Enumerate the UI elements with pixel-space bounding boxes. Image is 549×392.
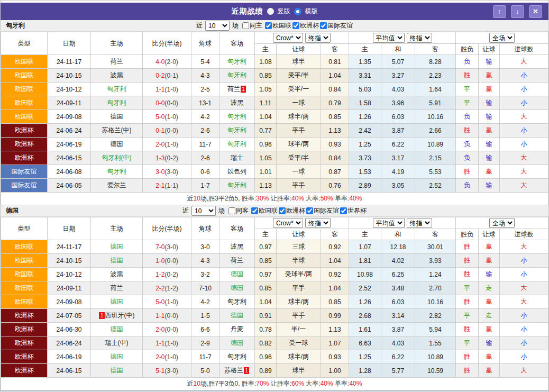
games-count-select[interactable]: 10 bbox=[205, 21, 230, 31]
same-side-checkbox[interactable] bbox=[228, 207, 235, 214]
scope-dropdown-cell: 全场 bbox=[456, 32, 548, 44]
move-down-button[interactable]: ↓ bbox=[511, 5, 524, 18]
home-team-name: 德国 bbox=[111, 367, 123, 374]
fulltime-score: 0-0 bbox=[155, 99, 164, 107]
away-team-cell: 匈牙利 bbox=[219, 179, 255, 193]
close-button[interactable]: ✕ bbox=[529, 5, 542, 18]
games-label: 场 bbox=[232, 21, 239, 30]
bookmaker-select[interactable]: Crow* bbox=[273, 218, 303, 228]
crow-away-odds-cell: 0.85 bbox=[321, 110, 349, 124]
league-checkbox[interactable] bbox=[292, 22, 299, 29]
date-cell: 24-06-15 bbox=[48, 151, 91, 165]
bookmaker-dropdown-cell: Crow*终指 bbox=[255, 217, 349, 229]
away-team-cell: 德国 bbox=[219, 336, 255, 350]
avg-home-odds-cell: 10.98 bbox=[349, 268, 381, 281]
corners-cell: 3-2 bbox=[191, 268, 219, 281]
subcol-handicap-result: 让球 bbox=[479, 44, 500, 55]
same-side-checkbox[interactable] bbox=[242, 22, 249, 29]
games-count-select[interactable]: 10 bbox=[191, 206, 216, 216]
scope-dropdown-cell: 全场 bbox=[456, 217, 548, 229]
home-team-name: 波黑 bbox=[111, 270, 123, 278]
halftime-score: (0-1) bbox=[165, 72, 178, 79]
away-team-cell: 波黑 bbox=[219, 240, 255, 254]
crow-away-odds-cell: 1.04 bbox=[321, 281, 349, 295]
league-checkbox[interactable] bbox=[320, 22, 327, 29]
avg-home-odds-cell: 3.73 bbox=[349, 151, 381, 165]
fulltime-score: 1-3 bbox=[155, 154, 164, 162]
bookmaker-final-select[interactable]: 终指 bbox=[305, 218, 331, 228]
type-cell: 欧国联 bbox=[1, 281, 48, 295]
crow-handicap-cell: 平手 bbox=[277, 179, 321, 193]
league-checkbox[interactable] bbox=[251, 207, 258, 214]
avg-away-odds-cell: 5.91 bbox=[415, 96, 456, 110]
corners-cell: 7-10 bbox=[191, 281, 219, 295]
halftime-score: (1-2) bbox=[165, 285, 178, 292]
league-label: 国际友谊 bbox=[314, 206, 339, 215]
horizontal-layout-radio[interactable] bbox=[294, 8, 301, 15]
date-cell: 24-09-08 bbox=[48, 110, 91, 124]
crow-away-odds-cell: 1.07 bbox=[321, 336, 349, 350]
fulltime-score: 1-1 bbox=[155, 340, 164, 347]
crow-away-odds-cell: 0.93 bbox=[321, 350, 349, 364]
avg-home-odds-cell: 1.35 bbox=[349, 55, 381, 69]
avg-away-odds-cell: 5.94 bbox=[415, 323, 456, 336]
halftime-score: (1-0) bbox=[165, 353, 178, 361]
league-checkbox[interactable] bbox=[279, 207, 286, 214]
table-row: 欧洲杯24-06-24苏格兰(中)0-1(0-0)2-6匈牙利0.77平手1.1… bbox=[1, 124, 548, 138]
date-cell: 24-06-19 bbox=[48, 138, 91, 151]
result-handicap-cell: 输 bbox=[479, 138, 500, 151]
table-row: 欧国联24-10-12波黑1-2(0-2)3-2德国0.97受球半/两0.921… bbox=[1, 268, 548, 281]
type-cell: 国际友谊 bbox=[1, 165, 48, 179]
home-team-cell: 德国 bbox=[91, 254, 143, 268]
result-handicap-cell: 赢 bbox=[479, 350, 500, 364]
league-filter: 欧国联 bbox=[265, 21, 291, 30]
result-outcome-cell: 平 bbox=[456, 83, 479, 96]
type-label: 欧国联 bbox=[15, 58, 34, 65]
result-handicap-cell: 赢 bbox=[479, 83, 500, 96]
average-select[interactable]: 平均值 bbox=[373, 33, 405, 43]
scope-select[interactable]: 全场 bbox=[489, 33, 515, 43]
halftime-score: (0-0) bbox=[165, 257, 178, 265]
fulltime-score: 1-2 bbox=[155, 271, 164, 278]
away-team-name: 匈牙利 bbox=[227, 140, 246, 148]
near-label: 近 bbox=[196, 21, 203, 30]
type-label: 欧洲杯 bbox=[15, 140, 34, 148]
halftime-score: (3-0) bbox=[165, 243, 178, 251]
corners-cell: 4-2 bbox=[191, 295, 219, 309]
date-cell: 24-06-05 bbox=[48, 179, 91, 193]
halftime-score: (1-0) bbox=[165, 86, 178, 93]
average-final-select[interactable]: 终指 bbox=[407, 218, 432, 228]
result-outcome-cell: 胜 bbox=[456, 124, 479, 138]
league-checkbox[interactable] bbox=[306, 207, 313, 214]
bookmaker-final-select[interactable]: 终指 bbox=[305, 33, 331, 43]
date-cell: 24-10-15 bbox=[48, 254, 91, 268]
avg-away-odds-cell: 5.53 bbox=[415, 165, 456, 179]
home-team-cell: 匈牙利(中) bbox=[91, 151, 143, 165]
result-goals-cell: 小 bbox=[500, 138, 548, 151]
scope-select[interactable]: 全场 bbox=[489, 218, 515, 228]
date-cell: 24-06-08 bbox=[48, 165, 91, 179]
away-team-name: 匈牙利 bbox=[227, 298, 246, 305]
table-row: 欧国联24-09-11荷兰2-2(1-2)7-10德国0.85平手1.042.5… bbox=[1, 281, 548, 295]
result-goals-cell: 大 bbox=[500, 240, 548, 254]
vertical-layout-radio[interactable] bbox=[267, 8, 274, 15]
average-final-select[interactable]: 终指 bbox=[407, 33, 432, 43]
avg-home-odds-cell: 1.28 bbox=[349, 364, 381, 378]
league-checkbox[interactable] bbox=[265, 22, 272, 29]
crow-handicap-cell: 受平/半 bbox=[277, 151, 321, 165]
bookmaker-select[interactable]: Crow* bbox=[273, 33, 303, 43]
type-label: 欧国联 bbox=[15, 243, 34, 250]
result-handicap-cell: 走 bbox=[479, 309, 500, 323]
crow-home-odds-cell: 1.13 bbox=[255, 179, 277, 193]
avg-home-odds-cell: 1.25 bbox=[349, 350, 381, 364]
league-checkbox[interactable] bbox=[340, 207, 347, 214]
avg-draw-odds-cell: 6.22 bbox=[381, 350, 415, 364]
average-select[interactable]: 平均值 bbox=[373, 218, 405, 228]
summary-segment: 大率: bbox=[304, 195, 321, 202]
subcol-crow-home: 主 bbox=[255, 229, 277, 240]
avg-draw-odds-cell: 3.27 bbox=[381, 69, 415, 83]
avg-away-odds-cell: 2.23 bbox=[415, 69, 456, 83]
move-up-button[interactable]: ↑ bbox=[493, 5, 506, 18]
avg-away-odds-cell: 1.64 bbox=[415, 83, 456, 96]
type-label: 欧洲杯 bbox=[15, 325, 34, 333]
